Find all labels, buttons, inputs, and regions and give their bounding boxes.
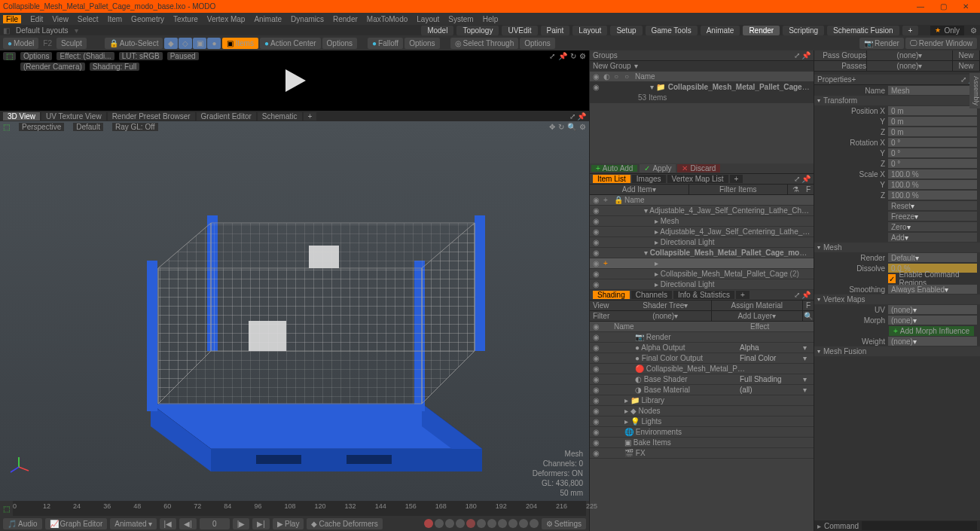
filter-toggle-icon[interactable]: F — [803, 185, 814, 194]
edge-mode-icon[interactable]: ◇ — [179, 38, 192, 49]
model-button[interactable]: Model — [3, 38, 38, 49]
tab-scripting[interactable]: Scripting — [783, 26, 824, 35]
vertex-mode-icon[interactable]: ◆ — [164, 38, 178, 49]
apply-button[interactable]: Apply — [640, 164, 676, 172]
passgroups-dropdown[interactable]: (none) ▾ — [867, 50, 953, 60]
shading-row[interactable]: ◉◑ Base Material(all)▾ — [590, 385, 814, 395]
autoselect-button[interactable]: 🔒 Auto-Select — [105, 38, 163, 49]
mesh-section[interactable]: Mesh — [814, 243, 980, 252]
reset-button[interactable]: Reset ▾ — [888, 201, 977, 210]
shading-row[interactable]: ◉▸ 💡 Lights — [590, 417, 814, 427]
menu-view[interactable]: View — [52, 15, 69, 23]
menu-dynamics[interactable]: Dynamics — [291, 15, 324, 23]
menu-select[interactable]: Select — [78, 15, 99, 23]
zoom-icon[interactable]: 🔍 — [567, 123, 576, 131]
items-button[interactable]: ▣ Items — [222, 38, 258, 49]
filter-icon[interactable]: ⚗ — [788, 185, 803, 194]
expand-icon[interactable]: ⤢ — [794, 51, 800, 60]
vtab-renderpreset[interactable]: Render Preset Browser — [108, 112, 195, 121]
expand-icon[interactable]: ⤢ — [569, 112, 575, 121]
tab-schematic[interactable]: Schematic Fusion — [827, 26, 899, 35]
timeline[interactable]: ⬚ 01224364860728496108120132144156168180… — [0, 501, 589, 516]
tab-layout[interactable]: Layout — [572, 26, 607, 35]
item-row[interactable]: ◉▸ Mesh — [590, 216, 814, 227]
tab-paint[interactable]: Paint — [541, 26, 570, 35]
expand-icon[interactable]: ⤢ — [960, 75, 966, 84]
poly-mode-icon[interactable]: ▣ — [193, 38, 206, 49]
uv-dropdown[interactable]: (none) ▾ — [888, 305, 977, 314]
preview-options[interactable]: Options — [20, 52, 52, 60]
menu-edit[interactable]: Edit — [30, 15, 43, 23]
tab-gametools[interactable]: Game Tools — [646, 26, 698, 35]
shading-row[interactable]: ◉▣ Bake Items — [590, 438, 814, 448]
shading-row[interactable]: ◉● Final Color OutputFinal Color▾ — [590, 353, 814, 364]
morph-dropdown[interactable]: (none) ▾ — [888, 316, 977, 325]
menu-maxtomodo[interactable]: MaxToModo — [367, 15, 408, 23]
circle-icon[interactable] — [519, 519, 528, 528]
close-button[interactable]: ✕ — [954, 0, 977, 13]
refresh-icon[interactable]: ↻ — [570, 52, 576, 60]
vp-raygl[interactable]: Ray GL: Off — [112, 123, 158, 131]
preview-lut[interactable]: LUT: sRGB — [119, 52, 163, 60]
vtab-gradient[interactable]: Gradient Editor — [197, 112, 256, 121]
settings-button[interactable]: ⚙ Settings — [542, 518, 586, 529]
layout-toggle-icon[interactable]: ◧ — [3, 26, 10, 35]
renderwindow-button[interactable]: 🖵 Render Window — [905, 38, 977, 49]
menu-help[interactable]: Help — [483, 15, 499, 23]
menu-animate[interactable]: Animate — [254, 15, 282, 23]
mat-mode-icon[interactable]: ● — [207, 38, 221, 49]
pin-icon[interactable]: 📌 — [577, 112, 586, 121]
menu-item[interactable]: Item — [108, 15, 122, 23]
play-icon[interactable] — [279, 66, 310, 96]
filteritems-dropdown[interactable]: Filter Items — [689, 185, 789, 194]
selthrough-button[interactable]: ◎ Select Through — [450, 38, 519, 49]
vtab-uvtexture[interactable]: UV Texture View — [41, 112, 106, 121]
audio-button[interactable]: 🎵 Audio — [3, 518, 42, 529]
item-row[interactable]: ◉▸ Collapsible_Mesh_Metal_Pallet_Cage (2… — [590, 269, 814, 279]
render-button[interactable]: 📷 Render — [859, 38, 904, 49]
menu-file[interactable]: File — [3, 15, 21, 23]
transform-section[interactable]: Transform — [814, 96, 980, 105]
timeline-start-icon[interactable]: ⬚ — [3, 505, 10, 513]
actioncenter-button[interactable]: Action Center — [260, 38, 321, 49]
shading-tab[interactable]: Shading — [593, 291, 630, 299]
circle-icon[interactable] — [466, 519, 475, 528]
item-row[interactable]: ◉▸ Directional Light — [590, 237, 814, 248]
circle-icon[interactable] — [498, 519, 507, 528]
name-field[interactable]: Mesh — [888, 86, 977, 95]
posy-field[interactable]: 0 m — [888, 117, 977, 126]
grapheditor-button[interactable]: 📈 Graph Editor — [45, 518, 108, 529]
item-row[interactable]: ◉▾ Adjustable_4_Jaw_Self_Centering_Lathe… — [590, 206, 814, 216]
frame-field[interactable]: 0 — [200, 518, 230, 529]
vtab-add-icon[interactable]: + — [304, 112, 317, 121]
menu-geometry[interactable]: Geometry — [131, 15, 164, 23]
preview-camera[interactable]: (Render Camera) — [20, 63, 85, 71]
zero-button[interactable]: Zero ▾ — [888, 222, 977, 231]
add-tab-icon[interactable]: + — [736, 291, 750, 299]
roty-field[interactable]: 0 ° — [888, 148, 977, 157]
shading-row[interactable]: ◉🎬 FX — [590, 448, 814, 459]
sculpt-button[interactable]: Sculpt — [56, 38, 87, 49]
play-button[interactable]: ▶ Play — [273, 518, 304, 529]
vertexmaplist-tab[interactable]: Vertex Map List — [667, 175, 728, 183]
gear-icon[interactable]: ⚙ — [579, 52, 586, 60]
shading-row[interactable]: ◉🌐 Environments — [590, 427, 814, 438]
shading-row[interactable]: ◉🔴 Collapsible_Mesh_Metal_Pallet_Cage — [590, 364, 814, 374]
vtab-3dview[interactable]: 3D View — [3, 112, 40, 121]
options1-button[interactable]: Options — [322, 38, 357, 49]
channels-tab[interactable]: Channels — [631, 291, 672, 299]
passes-dropdown[interactable]: (none) ▾ — [867, 61, 953, 71]
additem-dropdown[interactable]: Add Item ▾ — [590, 185, 689, 194]
cachedeformers-button[interactable]: ◆ Cache Deformers — [307, 518, 382, 529]
passgroups-new[interactable]: New — [953, 50, 980, 60]
preview-shading[interactable]: Shading: Full — [90, 63, 139, 71]
shading-row[interactable]: ◉● Alpha OutputAlpha▾ — [590, 343, 814, 353]
tab-setup[interactable]: Setup — [610, 26, 642, 35]
prev-frame-icon[interactable]: ◀| — [179, 518, 197, 529]
item-row[interactable]: ◉▸ Directional Light — [590, 279, 814, 290]
options2-button[interactable]: Options — [405, 38, 439, 49]
tab-add-icon[interactable]: + — [902, 26, 919, 35]
meshfusion-section[interactable]: Mesh Fusion — [814, 346, 980, 356]
tab-render[interactable]: Render — [743, 26, 780, 35]
search-icon[interactable]: 🔍 — [803, 311, 814, 321]
